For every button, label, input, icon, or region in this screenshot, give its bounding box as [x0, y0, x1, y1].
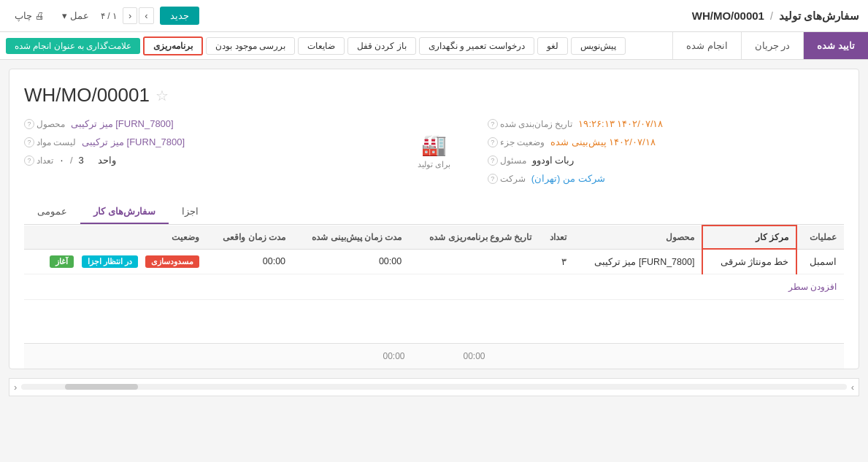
footer-col2: 00:00	[383, 351, 404, 361]
production-label: برای تولید	[418, 160, 450, 169]
tab-in-progress-label: در جریان	[755, 40, 791, 51]
pagination: ۱ / ۴	[101, 11, 117, 21]
dropdown-icon: ▾	[62, 10, 67, 21]
tab-confirmed-label: تایید شده	[817, 40, 855, 51]
company-help[interactable]: ?	[488, 174, 498, 184]
tab-parts[interactable]: اجزا	[169, 200, 212, 224]
quantity-target: 3	[79, 155, 84, 166]
action-buttons-bar: پیش‌نویس لغو درخواست تعمیر و نگهداری باز…	[0, 32, 631, 59]
info-section: ۱۴۰۲/۰۷/۱۸ ۱۹:۲۶:۱۳ تاریخ زمان‌بندی شده …	[24, 118, 844, 184]
favorite-icon[interactable]: ☆	[155, 87, 169, 104]
header-row: عملیات مرکز کار محصول تعداد تاریخ شروع ب…	[24, 226, 844, 249]
work-orders-table: عملیات مرکز کار محصول تعداد تاریخ شروع ب…	[24, 225, 844, 274]
col-status: وضعیت	[24, 226, 207, 249]
table-row[interactable]: اسمبل خط مونتاژ شرقی [FURN_7800] میز ترک…	[24, 249, 844, 274]
bom-value[interactable]: [FURN_7800] میز ترکیبی	[82, 136, 185, 147]
table-header: عملیات مرکز کار محصول تعداد تاریخ شروع ب…	[24, 226, 844, 249]
status-bar: تایید شده در جریان انجام شده پیش‌نویس لغ…	[0, 32, 868, 60]
product-value[interactable]: [FURN_7800] میز ترکیبی	[71, 118, 174, 129]
log-button[interactable]: لغو	[537, 37, 568, 55]
responsible-label: مسئول ?	[488, 155, 526, 166]
schedule-date-row: ۱۴۰۲/۰۷/۱۸ ۱۹:۲۶:۱۳ تاریخ زمان‌بندی شده …	[488, 118, 844, 129]
open-lock-button[interactable]: باز کردن قفل	[347, 37, 416, 55]
next-arrow-button[interactable]: ‹	[123, 7, 137, 24]
table-wrapper: عملیات مرکز کار محصول تعداد تاریخ شروع ب…	[24, 225, 844, 274]
repair-button[interactable]: درخواست تعمیر و نگهداری	[419, 37, 534, 55]
bom-help[interactable]: ?	[24, 137, 34, 147]
add-row-container: افزودن سطر	[24, 274, 844, 299]
print-button[interactable]: 🖨 چاپ	[9, 7, 50, 24]
new-button[interactable]: جدید	[160, 7, 199, 25]
add-row-link[interactable]: افزودن سطر	[781, 277, 844, 296]
responsible-value: ربات اودوو	[532, 155, 575, 166]
tab-general-label: عمومی	[37, 206, 67, 217]
product-row: [FURN_7800] میز ترکیبی محصول ?	[24, 118, 380, 129]
tab-done[interactable]: انجام شده	[672, 32, 741, 59]
schedule-date-label: تاریخ زمان‌بندی شده ?	[488, 119, 573, 129]
tab-confirmed[interactable]: تایید شده	[803, 32, 868, 59]
schedule-button[interactable]: برنامه‌ریزی	[143, 36, 203, 55]
production-area: 🏭 برای تولید	[380, 118, 487, 184]
production-info: 🏭 برای تولید	[418, 133, 450, 169]
doc-title: WH/MO/00001	[24, 84, 150, 107]
col-start-date: تاریخ شروع برنامه‌ریزی شده	[409, 226, 539, 249]
cell-product: [FURN_7800] میز ترکیبی	[574, 249, 702, 274]
mark-done-button[interactable]: علامت‌گذاری به عنوان انجام شده	[6, 38, 140, 54]
forecast-date-help[interactable]: ?	[488, 137, 498, 147]
bom-text: لیست مواد	[37, 137, 76, 147]
scrollbar-thumb[interactable]	[65, 384, 138, 390]
footer-row: 00:00 00:00	[24, 343, 844, 369]
waste-button[interactable]: ضایعات	[298, 37, 345, 55]
responsible-text: مسئول	[500, 155, 526, 166]
action-button[interactable]: عمل ▾	[56, 7, 95, 24]
table-body: اسمبل خط مونتاژ شرقی [FURN_7800] میز ترک…	[24, 249, 844, 274]
tab-general[interactable]: عمومی	[24, 200, 80, 224]
tab-in-progress[interactable]: در جریان	[741, 32, 804, 59]
scrollbar-track[interactable]	[21, 384, 846, 390]
forecast-date-text: وضعیت جزء	[500, 137, 545, 147]
draft-button[interactable]: پیش‌نویس	[571, 37, 626, 55]
col-work-center: مرکز کار	[702, 226, 796, 249]
cell-operation: اسمبل	[796, 249, 844, 274]
schedule-date-text: تاریخ زمان‌بندی شده	[500, 119, 573, 129]
col-actual-duration: مدت زمان واقعی	[207, 226, 293, 249]
company-value[interactable]: شرکت من (تهران)	[531, 173, 605, 184]
top-bar: سفارش‌های تولید / WH/MO/00001 جدید › ‹ ۱…	[0, 0, 868, 32]
quantity-help[interactable]: ?	[24, 155, 34, 166]
prev-arrow-button[interactable]: ›	[139, 7, 153, 24]
product-text: محصول	[37, 119, 65, 129]
quantity-row: واحد 3 / ۰ تعداد ?	[24, 155, 380, 166]
forecast-date-label: وضعیت جزء ?	[488, 137, 545, 147]
quantity-sep: /	[70, 155, 73, 166]
company-row: شرکت من (تهران) شرکت ?	[488, 173, 844, 184]
quantity-unit: واحد	[98, 155, 116, 166]
quantity-value[interactable]: ۰	[59, 155, 64, 166]
bom-label: لیست مواد ?	[24, 137, 76, 147]
print-icon: 🖨	[35, 10, 45, 21]
status-badge-waiting: در انتظار اجزا	[82, 255, 138, 268]
scrollbar-container: › ‹	[9, 378, 859, 396]
product-help[interactable]: ?	[24, 119, 34, 129]
col-operation: عملیات	[796, 226, 844, 249]
quantity-text: تعداد	[37, 155, 53, 166]
check-avail-button[interactable]: بررسی موجود بودن	[206, 37, 295, 55]
scroll-left-arrow[interactable]: ›	[847, 380, 859, 394]
status-badge-start: آغاز	[50, 255, 74, 268]
forecast-date-row: ۱۴۰۲/۰۷/۱۸ پیش‌بینی شده وضعیت جزء ?	[488, 136, 844, 147]
tab-work-orders[interactable]: سفارش‌های کار	[80, 200, 169, 224]
schedule-date-value: ۱۴۰۲/۰۷/۱۸ ۱۹:۲۶:۱۳	[578, 118, 663, 129]
cell-work-center: خط مونتاژ شرقی	[702, 249, 796, 274]
scroll-right-arrow[interactable]: ‹	[9, 380, 21, 394]
company-text: شرکت	[500, 174, 526, 184]
breadcrumb-sep: /	[770, 10, 773, 22]
info-left: ۱۴۰۲/۰۷/۱۸ ۱۹:۲۶:۱۳ تاریخ زمان‌بندی شده …	[488, 118, 844, 184]
cell-qty: ۳	[539, 249, 574, 274]
responsible-help[interactable]: ?	[488, 155, 498, 166]
tab-done-label: انجام شده	[686, 40, 728, 51]
status-badge-blocked: مسدودسازی	[145, 255, 199, 268]
print-label: چاپ	[15, 10, 32, 21]
top-bar-left: جدید › ‹ ۱ / ۴ عمل ▾ 🖨 چاپ	[9, 7, 199, 25]
schedule-date-help[interactable]: ?	[488, 119, 498, 129]
breadcrumb: WH/MO/00001	[692, 9, 764, 22]
col-product: محصول	[574, 226, 702, 249]
